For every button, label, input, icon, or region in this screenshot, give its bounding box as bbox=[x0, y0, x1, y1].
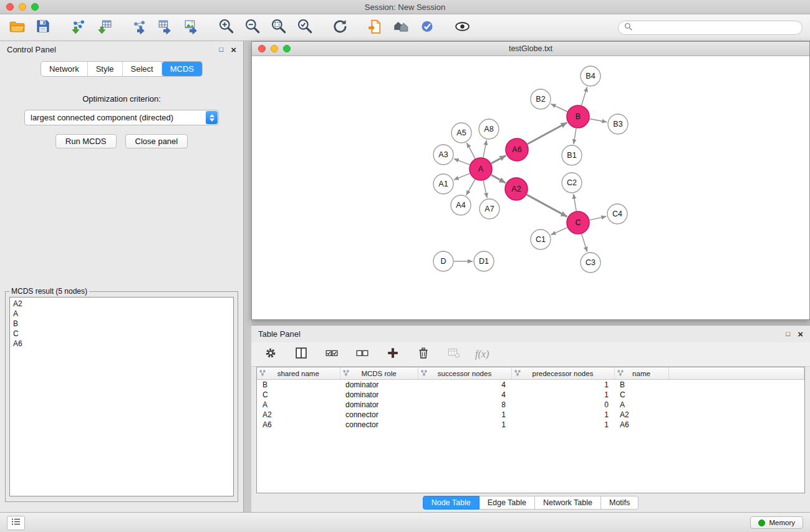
import-url-button[interactable] bbox=[365, 18, 384, 37]
mcds-result-item[interactable]: A bbox=[13, 309, 230, 319]
graph-node-B4[interactable]: B4 bbox=[581, 66, 600, 86]
save-session-button[interactable] bbox=[34, 18, 52, 37]
mcds-result-item[interactable]: A6 bbox=[13, 339, 230, 349]
network-canvas[interactable]: AA6A2BCA1A3A4A5A7A8B1B2B3B4C1C2C3C4DD1 bbox=[252, 56, 809, 319]
graph-edge-C-C4[interactable] bbox=[590, 216, 607, 220]
graph-node-C[interactable]: C bbox=[567, 211, 589, 234]
criterion-dropdown[interactable]: largest connected component (directed) bbox=[24, 110, 219, 125]
table-cell-shared-name[interactable]: C bbox=[257, 390, 340, 400]
memory-button[interactable]: Memory bbox=[750, 516, 803, 529]
table-row[interactable]: Cdominator41C bbox=[257, 390, 804, 400]
apply-layout-button[interactable] bbox=[330, 18, 349, 37]
graph-node-D1[interactable]: D1 bbox=[474, 251, 494, 271]
graph-node-A2[interactable]: A2 bbox=[505, 178, 528, 200]
column-header-shared-name[interactable]: shared name bbox=[257, 367, 340, 380]
close-panel-icon[interactable]: × bbox=[231, 45, 236, 54]
graph-edge-A-A1[interactable] bbox=[454, 173, 470, 180]
table-cell-mcds-role[interactable]: dominator bbox=[340, 380, 418, 390]
graph-node-C3[interactable]: C3 bbox=[581, 253, 600, 273]
table-float-panel-icon[interactable]: □ bbox=[786, 331, 791, 337]
mcds-result-item[interactable]: A2 bbox=[13, 299, 230, 309]
graph-node-A[interactable]: A bbox=[470, 158, 492, 180]
mcds-result-list[interactable]: A2ABCA6 bbox=[9, 297, 234, 496]
table-cell-shared-name[interactable]: A6 bbox=[257, 420, 340, 430]
network-zoom-button[interactable] bbox=[283, 45, 291, 52]
table-cell-name[interactable]: A2 bbox=[614, 410, 668, 420]
table-cell-predecessor-nodes[interactable]: 1 bbox=[511, 410, 614, 420]
graph-node-C1[interactable]: C1 bbox=[531, 230, 551, 249]
table-cell-shared-name[interactable]: A2 bbox=[257, 410, 340, 420]
zoom-selected-button[interactable] bbox=[296, 18, 314, 37]
graph-edge-A-A2[interactable] bbox=[491, 175, 506, 183]
zoom-out-button[interactable] bbox=[243, 18, 262, 37]
graph-node-A1[interactable]: A1 bbox=[433, 174, 453, 194]
table-cell-mcds-role[interactable]: connector bbox=[340, 420, 418, 430]
apply-style-button[interactable] bbox=[418, 18, 436, 37]
column-header-name[interactable]: name bbox=[614, 367, 668, 380]
table-row[interactable]: A2connector11A2 bbox=[257, 410, 804, 420]
table-cell-name[interactable]: B bbox=[614, 380, 668, 390]
graph-edge-B-B3[interactable] bbox=[590, 119, 607, 122]
graph-node-B2[interactable]: B2 bbox=[531, 89, 551, 109]
graph-node-B[interactable]: B bbox=[567, 105, 589, 128]
graphics-details-button[interactable] bbox=[453, 18, 471, 37]
column-header-predecessor-nodes[interactable]: predecessor nodes bbox=[511, 367, 614, 380]
table-cell-successor-nodes[interactable]: 1 bbox=[418, 420, 511, 430]
import-network-button[interactable] bbox=[69, 18, 87, 37]
graph-edge-A-A6[interactable] bbox=[491, 155, 506, 163]
table-close-panel-icon[interactable]: × bbox=[798, 329, 803, 339]
mcds-result-item[interactable]: B bbox=[13, 319, 230, 329]
column-header-mcds-role[interactable]: MCDS role bbox=[340, 367, 418, 380]
graph-edge-A-A7[interactable] bbox=[483, 181, 487, 198]
zoom-fit-button[interactable] bbox=[269, 18, 288, 37]
close-panel-button[interactable]: Close panel bbox=[125, 134, 188, 148]
table-cell-successor-nodes[interactable]: 4 bbox=[418, 380, 511, 390]
tab-edge-table[interactable]: Edge Table bbox=[480, 496, 535, 510]
add-column-button[interactable] bbox=[383, 345, 402, 364]
graph-edge-A-A5[interactable] bbox=[467, 143, 476, 158]
function-builder-button[interactable]: f(x) bbox=[475, 349, 489, 360]
tab-style[interactable]: Style bbox=[88, 62, 123, 76]
graph-node-D[interactable]: D bbox=[433, 251, 453, 271]
first-neighbors-button[interactable] bbox=[392, 18, 410, 37]
export-table-button[interactable] bbox=[156, 18, 175, 37]
table-cell-predecessor-nodes[interactable]: 0 bbox=[511, 400, 614, 410]
tab-network-table[interactable]: Network Table bbox=[535, 496, 601, 510]
column-settings-button[interactable] bbox=[261, 345, 280, 364]
tab-node-table[interactable]: Node Table bbox=[423, 496, 480, 510]
graph-edge-A-A3[interactable] bbox=[454, 158, 470, 165]
search-input[interactable] bbox=[635, 22, 796, 32]
graph-node-C2[interactable]: C2 bbox=[562, 173, 582, 193]
table-cell-mcds-role[interactable]: dominator bbox=[340, 390, 418, 400]
network-close-button[interactable] bbox=[258, 45, 266, 52]
table-cell-successor-nodes[interactable]: 1 bbox=[418, 410, 511, 420]
table-cell-name[interactable]: A bbox=[614, 400, 668, 410]
deselect-all-rows-button[interactable] bbox=[353, 345, 372, 364]
table-cell-shared-name[interactable]: A bbox=[257, 400, 340, 410]
network-minimize-button[interactable] bbox=[271, 45, 278, 52]
minimize-window-button[interactable] bbox=[19, 3, 26, 11]
column-header-successor-nodes[interactable]: successor nodes bbox=[418, 367, 511, 380]
run-mcds-button[interactable]: Run MCDS bbox=[55, 134, 117, 148]
graph-edge-C-C3[interactable] bbox=[582, 234, 587, 252]
table-row[interactable]: Bdominator41B bbox=[257, 380, 804, 390]
graph-edge-B-B2[interactable] bbox=[551, 104, 567, 112]
table-cell-mcds-role[interactable]: connector bbox=[340, 410, 418, 420]
graph-node-A8[interactable]: A8 bbox=[479, 119, 499, 139]
float-panel-icon[interactable]: □ bbox=[219, 46, 224, 53]
zoom-window-button[interactable] bbox=[31, 3, 39, 11]
open-session-button[interactable] bbox=[7, 18, 26, 37]
task-history-button[interactable] bbox=[7, 516, 25, 530]
table-cell-predecessor-nodes[interactable]: 1 bbox=[511, 380, 614, 390]
graph-edge-B-B1[interactable] bbox=[574, 128, 576, 144]
table-cell-mcds-role[interactable]: dominator bbox=[340, 400, 418, 410]
tab-motifs[interactable]: Motifs bbox=[601, 496, 639, 510]
table-cell-shared-name[interactable]: B bbox=[257, 380, 340, 390]
graph-edge-A2-C[interactable] bbox=[527, 195, 567, 216]
tab-network[interactable]: Network bbox=[41, 62, 88, 76]
graph-edge-A-A4[interactable] bbox=[466, 180, 475, 196]
table-cell-successor-nodes[interactable]: 8 bbox=[418, 400, 511, 410]
export-network-button[interactable] bbox=[130, 18, 148, 37]
panel-splitter[interactable] bbox=[244, 41, 251, 512]
table-row[interactable]: Adominator80A bbox=[257, 400, 804, 410]
